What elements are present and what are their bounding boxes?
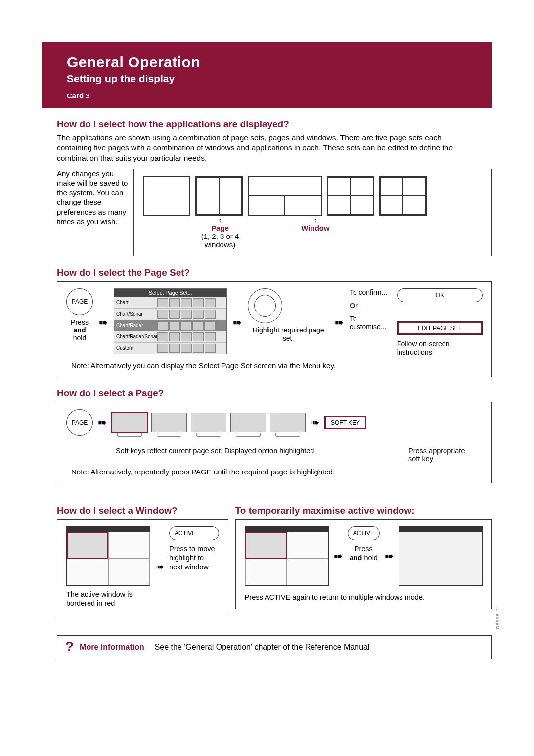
softkey-3[interactable] <box>191 413 226 432</box>
s1-title: How do I select how the applications are… <box>57 119 492 130</box>
diagram-page-sets: Any changes you make will be saved to th… <box>57 169 492 256</box>
softkey-5[interactable] <box>270 413 306 432</box>
diagram-select-page: PAGE ➠ ➠ SOFT KEY Soft keys reflect curr… <box>57 402 492 483</box>
arrow-right-icon: ➠ <box>232 316 243 329</box>
softkey-2[interactable] <box>151 413 187 432</box>
s1-left-note: Any changes you make will be saved to th… <box>57 169 134 256</box>
softkey-1[interactable] <box>112 413 147 432</box>
s2-note: Note: Alternatively you can display the … <box>71 361 483 370</box>
doc-code: D8598_2 <box>495 608 500 629</box>
soft-key-button[interactable]: SOFT KEY <box>324 416 366 429</box>
softkey-4[interactable] <box>230 413 266 432</box>
more-info-text: See the 'General Operation' chapter of t… <box>155 643 370 652</box>
window-label: Window <box>301 224 329 232</box>
multi-window-screen <box>66 526 150 586</box>
s3-caption-left: Soft keys reflect current page set. Disp… <box>116 447 314 463</box>
edit-page-set-button[interactable]: EDIT PAGE SET <box>397 321 483 335</box>
question-icon: ? <box>65 643 74 651</box>
diagram-select-pageset: PAGE Press and hold ➠ Select Page Set...… <box>57 281 492 378</box>
arrow-right-icon: ➠ <box>333 550 344 563</box>
doc-subtitle: Setting up the display <box>67 73 492 85</box>
content: How do I select how the applications are… <box>0 119 534 679</box>
s3-caption-right: Press appropriate soft key <box>408 447 473 463</box>
pageset-4window-b <box>379 176 427 216</box>
rotary-control[interactable] <box>248 288 282 323</box>
active-button[interactable]: ACTIVE <box>169 526 219 540</box>
diagram-select-window: The active window is bordered in red ➠ A… <box>57 519 228 615</box>
active-button[interactable]: ACTIVE <box>348 526 380 540</box>
diagram-maximise-window: ➠ ACTIVE Press and hold ➠ Press ACTIV <box>235 519 492 609</box>
page-button[interactable]: PAGE <box>66 409 93 436</box>
doc-title: General Operation <box>67 54 492 71</box>
arrow-right-icon: ➠ <box>98 316 109 329</box>
s1-para: The applications are shown using a combi… <box>57 133 477 164</box>
s2-title: How do I select the Page Set? <box>57 267 492 278</box>
or-label: Or <box>350 302 392 310</box>
arrow-right-icon: ➠ <box>384 550 395 563</box>
ok-button[interactable]: OK <box>397 288 483 302</box>
arrow-right-icon: ➠ <box>154 561 165 573</box>
s4b-title: To temporarily maximise active window: <box>235 505 492 516</box>
pageset-1window <box>143 176 190 216</box>
page-button[interactable]: PAGE <box>66 288 93 315</box>
more-info-label: More information <box>80 643 144 652</box>
s4a-title: How do I select a Window? <box>57 505 228 516</box>
pageset-4window <box>327 176 374 216</box>
pageset-2window <box>195 176 243 216</box>
more-info-box: ? More information See the 'General Oper… <box>57 635 492 659</box>
active-window <box>67 532 108 559</box>
page-sublabel: (1, 2, 3 or 4 windows) <box>201 232 239 249</box>
s3-title: How do I select a Page? <box>57 388 492 399</box>
multi-window-screen <box>245 526 329 586</box>
select-page-set-screen: Select Page Set... Chart Chart/Sonar Cha… <box>114 288 227 354</box>
maximised-window-screen <box>399 526 483 586</box>
s4b-caption: Press ACTIVE again to return to multiple… <box>245 593 483 602</box>
arrow-right-icon: ➠ <box>310 416 320 429</box>
arrow-up-icon: ↑ <box>196 217 244 224</box>
arrow-right-icon: ➠ <box>334 316 345 329</box>
arrow-up-icon: ↑ <box>278 217 353 224</box>
arrow-right-icon: ➠ <box>97 416 108 429</box>
card-number: Card 3 <box>67 92 492 100</box>
pageset-3window <box>248 176 322 216</box>
page-set-illustration <box>143 176 483 216</box>
header: General Operation Setting up the display… <box>42 42 492 108</box>
page-label: Page <box>211 224 229 232</box>
s3-note: Note: Alternatively, repeatedly press PA… <box>71 468 483 476</box>
